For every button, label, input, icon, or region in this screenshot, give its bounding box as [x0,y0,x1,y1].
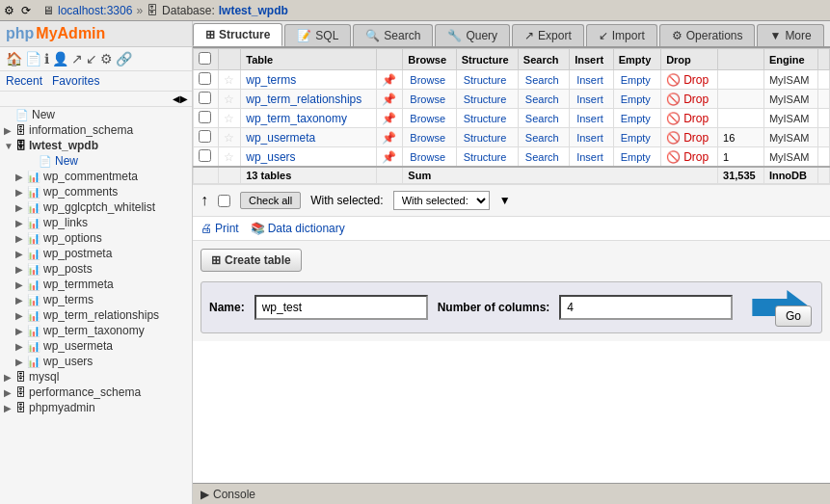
row-checkbox-wp-term-rel[interactable] [199,92,211,104]
home-icon[interactable]: 🏠 [6,51,22,66]
drop-wp-users[interactable]: Drop [683,150,709,164]
with-selected-dropdown[interactable]: With selected: Browse Structure Search I… [393,191,490,210]
tree-wp-links[interactable]: ▶ 📊 wp_links [0,215,192,230]
browse-wp-term-tax[interactable]: Browse [410,113,445,124]
table-name-input[interactable] [254,295,428,320]
breadcrumb-server[interactable]: localhost:3306 [58,4,132,17]
search-wp-usermeta[interactable]: Search [525,132,559,144]
tree-new-table[interactable]: 📄 New [0,153,192,169]
insert-wp-terms[interactable]: Insert [576,74,603,86]
drop-wp-terms[interactable]: Drop [683,73,709,87]
tab-more[interactable]: ▼ More [757,24,823,46]
tab-query[interactable]: 🔧 Query [435,24,510,46]
print-link[interactable]: 🖨 Print [201,222,239,235]
empty-wp-term-tax[interactable]: Empty [621,113,651,124]
structure-wp-users[interactable]: Structure [464,151,507,163]
browse-wp-terms[interactable]: Browse [410,74,445,86]
search-wp-terms[interactable]: Search [525,74,559,86]
settings-icon2[interactable]: ⚙ [100,51,113,66]
tab-search[interactable]: 🔍 Search [353,24,433,46]
check-all-button[interactable]: Check all [240,192,301,209]
breadcrumb-db-name[interactable]: lwtest_wpdb [219,4,288,17]
row-checkbox-wp-term-tax[interactable] [199,111,211,123]
tree-wp-term-rel[interactable]: ▶ 📊 wp_term_relationships [0,307,192,323]
tree-wp-posts[interactable]: ▶ 📊 wp_posts [0,261,192,277]
export-icon[interactable]: ↗ [71,51,83,66]
sql-icon[interactable]: 📄 [25,51,41,66]
structure-wp-term-rel[interactable]: Structure [464,93,507,105]
tab-sql[interactable]: 📝 SQL [284,24,351,46]
structure-wp-term-tax[interactable]: Structure [464,113,507,124]
empty-wp-terms[interactable]: Empty [621,74,651,86]
insert-wp-usermeta[interactable]: Insert [576,132,603,144]
sidebar-scroll-right[interactable]: ▶ [180,93,188,104]
search-wp-users[interactable]: Search [525,151,559,163]
star-wp-term-tax[interactable]: ☆ [224,112,234,125]
star-wp-term-rel[interactable]: ☆ [224,93,234,106]
tree-wp-commentmeta[interactable]: ▶ 📊 wp_commentmeta [0,169,192,184]
tab-structure[interactable]: ⊞ Structure [193,23,282,46]
replication-icon[interactable]: 🔗 [116,51,132,66]
tree-wp-comments[interactable]: ▶ 📊 wp_comments [0,184,192,199]
select-all-checkbox[interactable] [199,52,211,65]
table-link-wp-term-rel[interactable]: wp_term_relationships [246,93,361,106]
go-button[interactable]: Go [775,305,812,327]
tree-lwtest-wpdb[interactable]: ▼ 🗄 lwtest_wpdb [0,138,192,153]
tree-new-item[interactable]: 📄 New [0,107,192,122]
tree-wp-postmeta[interactable]: ▶ 📊 wp_postmeta [0,246,192,261]
search-wp-term-rel[interactable]: Search [525,93,559,105]
tree-wp-term-tax[interactable]: ▶ 📊 wp_term_taxonomy [0,323,192,338]
tab-export[interactable]: ↗ Export [512,24,584,46]
recent-link[interactable]: Recent [6,74,42,88]
tab-import[interactable]: ↙ Import [586,24,657,46]
tree-wp-termmeta[interactable]: ▶ 📊 wp_termmeta [0,277,192,292]
col-browse[interactable]: Browse [403,49,456,70]
create-table-button[interactable]: ⊞ Create table [201,249,302,272]
col-drop[interactable]: Drop [661,49,718,70]
tree-wp-users[interactable]: ▶ 📊 wp_users [0,354,192,369]
status-icon[interactable]: ℹ [44,51,49,66]
settings-icon[interactable]: ⚙ [4,4,17,17]
tree-wp-gglcptch[interactable]: ▶ 📊 wp_gglcptch_whitelist [0,199,192,215]
tree-information-schema[interactable]: ▶ 🗄 information_schema [0,122,192,138]
table-link-wp-users[interactable]: wp_users [246,150,295,164]
empty-wp-term-rel[interactable]: Empty [621,93,651,105]
browse-wp-usermeta[interactable]: Browse [410,132,445,144]
structure-wp-usermeta[interactable]: Structure [464,132,507,144]
table-link-wp-terms[interactable]: wp_terms [246,73,296,87]
star-wp-users[interactable]: ☆ [224,150,234,164]
col-rows[interactable] [718,49,764,70]
refresh-icon[interactable]: ⟳ [21,4,35,17]
tab-operations[interactable]: ⚙ Operations [659,24,756,46]
insert-wp-term-rel[interactable]: Insert [576,93,603,105]
star-wp-usermeta[interactable]: ☆ [224,131,234,145]
data-dict-link[interactable]: 📚 Data dictionary [251,222,345,235]
drop-wp-term-rel[interactable]: Drop [683,93,709,106]
tree-wp-terms[interactable]: ▶ 📊 wp_terms [0,292,192,307]
tree-performance-schema[interactable]: ▶ 🗄 performance_schema [0,385,192,400]
import-icon[interactable]: ↙ [86,51,97,66]
row-checkbox-wp-terms[interactable] [199,72,211,85]
empty-wp-users[interactable]: Empty [621,151,651,163]
search-wp-term-tax[interactable]: Search [525,113,559,124]
insert-wp-term-tax[interactable]: Insert [576,113,603,124]
insert-wp-users[interactable]: Insert [576,151,603,163]
user-icon[interactable]: 👤 [52,51,68,66]
check-all-checkbox[interactable] [218,195,230,207]
tree-phpmyadmin[interactable]: ▶ 🗄 phpmyadmin [0,400,192,415]
col-engine[interactable]: Engine [763,49,817,70]
browse-wp-users[interactable]: Browse [410,151,445,163]
table-link-wp-term-tax[interactable]: wp_term_taxonomy [246,112,347,125]
table-link-wp-usermeta[interactable]: wp_usermeta [246,131,315,145]
col-structure[interactable]: Structure [456,49,518,70]
structure-wp-terms[interactable]: Structure [464,74,507,86]
tree-wp-usermeta[interactable]: ▶ 📊 wp_usermeta [0,338,192,354]
row-checkbox-wp-usermeta[interactable] [199,130,211,143]
sidebar-scroll-left[interactable]: ◀ [173,93,180,104]
drop-wp-usermeta[interactable]: Drop [683,131,709,145]
col-insert[interactable]: Insert [570,49,614,70]
num-cols-input[interactable] [559,295,733,320]
empty-wp-usermeta[interactable]: Empty [621,132,651,144]
browse-wp-term-rel[interactable]: Browse [410,93,445,105]
console-bar[interactable]: ▶ Console [193,483,830,504]
